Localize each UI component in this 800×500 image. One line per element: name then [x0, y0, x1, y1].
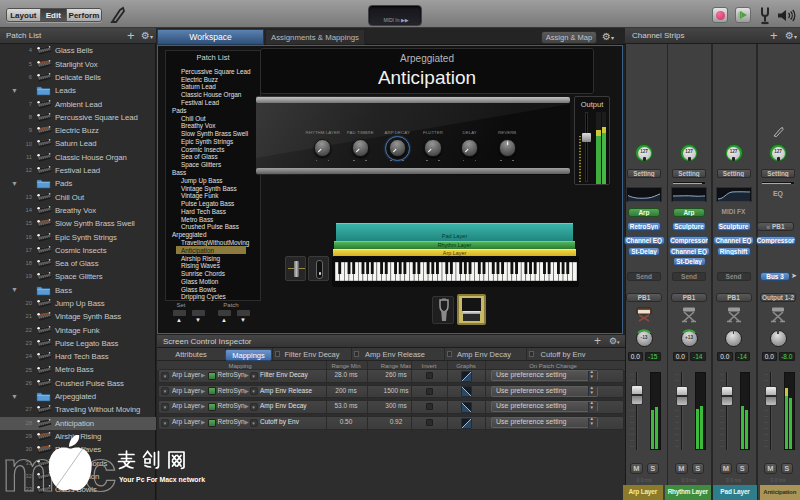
svg-text:Your Pc For Macx network: Your Pc For Macx network	[119, 476, 205, 483]
